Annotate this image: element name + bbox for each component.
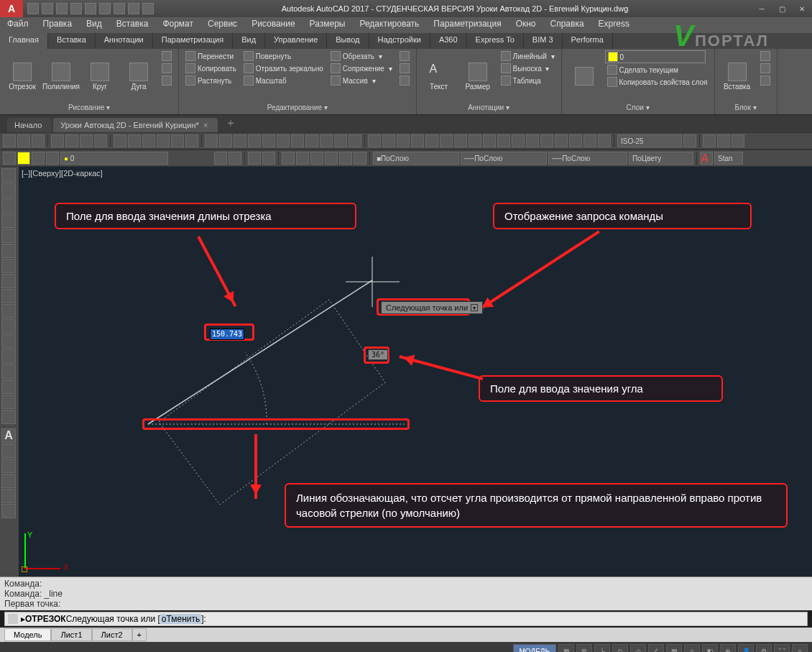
blk-s2[interactable] <box>758 63 772 74</box>
close-tab-icon[interactable]: × <box>203 121 208 129</box>
sb-btn[interactable]: ≡ <box>792 644 808 652</box>
osnap-toggle[interactable]: ◇ <box>630 644 646 652</box>
angle-input[interactable]: 36° <box>368 349 388 360</box>
insert-block-button[interactable]: Вставка <box>719 50 755 102</box>
array-button[interactable]: Массив ▾ <box>328 75 395 86</box>
tbtn[interactable] <box>339 152 352 165</box>
palette-btn[interactable] <box>1 489 16 503</box>
tbtn[interactable] <box>354 152 366 165</box>
tbtn[interactable] <box>598 134 611 147</box>
menu-insert[interactable]: Вставка <box>109 17 156 33</box>
qat-btn[interactable] <box>56 3 68 14</box>
palette-btn[interactable] <box>1 334 16 349</box>
textstyle-combo[interactable]: Stan <box>714 152 743 165</box>
tab-insert[interactable]: Вставка <box>48 33 96 49</box>
palette-btn[interactable] <box>1 183 16 198</box>
tbtn[interactable] <box>46 152 59 165</box>
palette-btn[interactable] <box>1 198 16 213</box>
tbtn[interactable] <box>305 134 318 147</box>
tbtn[interactable] <box>425 134 438 147</box>
tbtn[interactable] <box>732 134 744 147</box>
draw-small-1[interactable] <box>160 50 174 62</box>
palette-btn[interactable] <box>1 459 16 473</box>
tab-manage[interactable]: Управление <box>265 33 327 49</box>
dyn-toggle[interactable]: ▦ <box>666 644 682 652</box>
maximize-button[interactable]: ▢ <box>772 2 792 15</box>
palette-btn[interactable] <box>1 304 16 318</box>
command-input[interactable]: ▸ ОТРЕЗОК Следующая точка или [оТменить]… <box>4 612 808 626</box>
menu-service[interactable]: Сервис <box>200 17 244 33</box>
layer-combo[interactable]: 0 <box>605 50 706 63</box>
minimize-button[interactable]: ─ <box>752 2 772 15</box>
layout2-tab[interactable]: Лист2 <box>92 628 132 641</box>
tab-addins[interactable]: Надстройки <box>369 33 430 49</box>
menu-dimensions[interactable]: Размеры <box>303 17 353 33</box>
menu-view[interactable]: Вид <box>79 17 109 33</box>
tbtn[interactable] <box>717 134 730 147</box>
polar-toggle[interactable]: ⊙ <box>612 644 628 652</box>
tbtn[interactable] <box>114 134 126 147</box>
tbtn[interactable] <box>17 134 30 147</box>
qat-btn[interactable] <box>99 3 111 14</box>
qat-btn[interactable] <box>114 3 125 14</box>
tbtn[interactable] <box>583 134 596 147</box>
sb-btn[interactable]: ⊕ <box>720 644 736 652</box>
grid-toggle[interactable]: ▦ <box>558 644 574 652</box>
tbtn[interactable] <box>569 134 582 147</box>
length-field[interactable] <box>210 329 244 340</box>
add-tab-button[interactable]: ＋ <box>219 114 242 132</box>
tbtn[interactable] <box>229 152 241 165</box>
sb-btn[interactable]: ◧ <box>702 644 718 652</box>
menu-file[interactable]: Файл <box>0 17 36 33</box>
panel-title-draw[interactable]: Рисование ▾ <box>4 102 174 113</box>
mod-s1[interactable] <box>397 50 412 62</box>
palette-btn[interactable] <box>1 289 16 303</box>
tbtn[interactable] <box>185 134 198 147</box>
palette-btn[interactable] <box>1 244 16 258</box>
tbtn[interactable] <box>282 152 295 165</box>
length-input[interactable] <box>210 326 244 340</box>
tbtn[interactable] <box>440 134 453 147</box>
tbtn[interactable] <box>219 134 232 147</box>
tbtn[interactable] <box>65 134 78 147</box>
qat-btn[interactable] <box>85 3 96 14</box>
tab-annotate[interactable]: Аннотации <box>96 33 153 49</box>
tbtn[interactable] <box>277 134 290 147</box>
tab-home[interactable]: Главная <box>0 33 48 49</box>
tab-view[interactable]: Вид <box>233 33 265 49</box>
panel-title-layers[interactable]: Слои ▾ <box>566 102 710 113</box>
tbtn[interactable] <box>382 134 395 147</box>
tbtn[interactable] <box>248 134 261 147</box>
linear-dim-button[interactable]: Линейный ▾ <box>499 50 557 62</box>
palette-btn[interactable] <box>1 504 16 518</box>
mod-s2[interactable] <box>397 63 412 74</box>
palette-btn[interactable] <box>1 274 16 288</box>
tbtn[interactable] <box>526 134 539 147</box>
tbtn[interactable] <box>80 134 93 147</box>
tbtn[interactable] <box>540 134 553 147</box>
model-space-button[interactable]: МОДЕЛЬ <box>513 644 556 652</box>
fillet-button[interactable]: Сопряжение ▾ <box>328 63 395 74</box>
tbtn[interactable] <box>497 134 510 147</box>
tbtn[interactable] <box>334 134 347 147</box>
menu-express[interactable]: Express <box>591 17 637 33</box>
plotstyle-combo[interactable]: ПоЦвету <box>629 152 693 165</box>
panel-title-modify[interactable]: Редактирование ▾ <box>183 102 412 113</box>
qat-btn[interactable] <box>128 3 139 14</box>
document-tab[interactable]: Уроки Автокад 2D - Евгений Курицин*× <box>53 118 218 132</box>
color-combo[interactable]: ■ ПоСлою <box>373 152 459 165</box>
blk-s3[interactable] <box>758 75 772 86</box>
blk-s1[interactable] <box>758 50 772 62</box>
tbtn[interactable] <box>128 134 141 147</box>
app-logo[interactable]: A <box>0 0 23 17</box>
palette-btn[interactable] <box>1 168 16 183</box>
polyline-button[interactable]: Полилиния <box>43 50 79 102</box>
menu-draw[interactable]: Рисование <box>244 17 302 33</box>
tbtn[interactable] <box>157 134 170 147</box>
qat-btn[interactable] <box>42 3 53 14</box>
tbtn[interactable] <box>32 134 45 147</box>
palette-btn[interactable] <box>1 474 16 488</box>
tbtn[interactable] <box>483 134 496 147</box>
tbtn[interactable] <box>325 152 338 165</box>
tbtn[interactable] <box>142 134 155 147</box>
